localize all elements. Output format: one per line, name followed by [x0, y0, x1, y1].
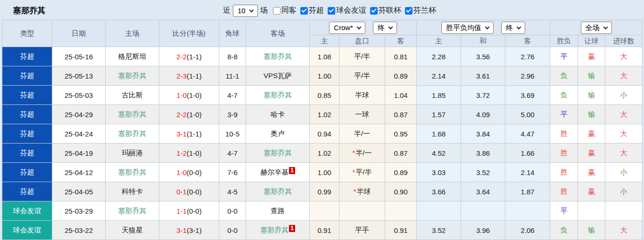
handicap-home-odds-cell: 1.00: [310, 66, 339, 86]
table-row: 芬超25-05-13塞那乔其2-3(1-1)11-1VPS瓦萨1.00平/半0.…: [2, 66, 643, 86]
result-cell: 平: [550, 201, 578, 221]
chevron-down-icon: [356, 24, 361, 29]
away-team-cell: 赫尔辛基1: [246, 163, 310, 182]
subcol-avg-draw: 和: [461, 35, 505, 47]
team-name-text: 塞那乔其: [264, 187, 292, 195]
away-team-cell: 塞那乔其: [246, 144, 310, 163]
recent-count-select[interactable]: 10: [233, 5, 258, 17]
corners-cell: 4-7: [219, 86, 246, 105]
home-team-cell: 塞那乔其: [106, 163, 159, 182]
rank-badge: 1: [289, 225, 295, 232]
table-row: 芬超25-04-12塞那乔其1-0(0-0)7-6赫尔辛基11.00*平/半0.…: [2, 163, 643, 182]
handicap-away-odds-cell: 0.89: [385, 66, 417, 86]
handicap-line-cell: *平/半: [339, 163, 385, 182]
subcol-handicap-away: 客: [385, 35, 417, 47]
team-name-text: 科特卡: [122, 187, 143, 195]
col-header-score: 比分(半场): [159, 20, 219, 47]
type-cell: 芬超: [2, 163, 52, 182]
corners-cell: 4-5: [219, 182, 246, 201]
avg-home-odds-cell: 2.14: [417, 66, 461, 86]
checkbox-checked-icon[interactable]: [300, 7, 308, 15]
date-cell: 25-04-05: [52, 182, 106, 201]
score-cell: 1-0(1-0): [159, 86, 219, 105]
home-team-cell: 格尼斯坦: [106, 47, 159, 66]
handicap-home-odds-cell: 0.94: [310, 124, 339, 144]
avg-time-select[interactable]: 终: [501, 22, 525, 34]
checkbox-unchecked-icon[interactable]: [273, 7, 281, 15]
avg-home-odds-cell: 3.03: [417, 163, 461, 182]
avg-draw-odds-cell: 3.64: [461, 182, 505, 201]
recent-label: 近: [223, 6, 231, 16]
filter-item: 芬兰杯: [402, 6, 436, 16]
halftime-score: (1-0): [187, 111, 202, 119]
avg-home-odds-cell: 4.52: [417, 144, 461, 163]
goals-result-cell: 大: [605, 124, 643, 144]
fulltime-score: 1-1: [176, 207, 187, 215]
corners-cell: 0-0: [219, 201, 246, 221]
avg-draw-odds-cell: 3.96: [461, 221, 505, 240]
avg-home-odds-cell: 1.57: [417, 105, 461, 124]
scope-select[interactable]: 全场: [581, 22, 612, 34]
result-cell: 负: [550, 66, 578, 86]
home-team-cell: 塞那乔其: [106, 124, 159, 144]
handicap-time-select[interactable]: 终: [373, 22, 397, 34]
date-cell: 25-03-22: [52, 221, 106, 240]
avg-home-odds-cell: 1.68: [417, 124, 461, 144]
handicap-home-odds-cell: 0.91: [310, 221, 339, 240]
table-row: 芬超25-04-29塞那乔其2-2(1-0)3-9哈卡1.02一球0.871.5…: [2, 105, 643, 124]
handicap-time-select-value: 终: [378, 24, 385, 32]
checkbox-checked-icon[interactable]: [328, 7, 335, 15]
filter-label: 芬超: [309, 6, 324, 16]
handicap-line-text: 平/半: [354, 72, 370, 80]
chevron-down-icon: [249, 8, 254, 12]
avg-time-select-value: 终: [506, 24, 513, 32]
home-team-cell: 玛丽港: [106, 144, 159, 163]
table-row: 芬超25-05-03古比斯1-0(1-0)4-7塞那乔其0.85半球1.041.…: [2, 86, 643, 105]
team-name-text: 塞那乔其: [264, 91, 292, 99]
halftime-score: (1-0): [187, 91, 202, 99]
handicap-line-cell: *半球: [339, 182, 385, 201]
corners-cell: 8-8: [219, 47, 246, 66]
away-team-cell: 哈卡: [246, 105, 310, 124]
bookmaker-select[interactable]: Crow*: [329, 22, 365, 34]
handicap-result-cell: 输: [578, 221, 605, 240]
handicap-line-cell: 平/半: [339, 66, 385, 86]
away-team-cell: 查路: [246, 201, 310, 221]
table-row: 球会友谊25-03-29塞那乔其1-1(0-0)0-0查路平: [2, 201, 643, 221]
avg-away-odds-cell: 2.06: [505, 221, 550, 240]
avg-draw-odds-cell: 3.61: [461, 66, 505, 86]
subcol-avg-away: 客: [505, 35, 550, 47]
handicap-home-odds-cell: 0.85: [310, 86, 339, 105]
checkbox-checked-icon[interactable]: [405, 7, 413, 15]
team-name-text: 塞那乔其: [118, 168, 147, 176]
filter-label: 同客: [281, 6, 297, 16]
team-name-text: 奥卢: [271, 129, 285, 137]
home-team-cell: 古比斯: [106, 86, 159, 105]
avg-draw-odds-cell: 3.52: [461, 163, 505, 182]
handicap-line-text: 平手: [355, 226, 369, 234]
handicap-result-cell: 赢: [578, 47, 605, 66]
result-cell: 胜: [550, 182, 578, 201]
col-header-home: 主场: [106, 20, 159, 47]
avg-away-odds-cell: [505, 201, 550, 221]
filter-item: 芬超: [297, 6, 324, 16]
handicap-line-cell: *半/一: [339, 144, 385, 163]
home-team-cell: 科特卡: [106, 182, 159, 201]
avg-away-odds-cell: 3.69: [505, 86, 550, 105]
matches-table: 类型 日期 主场 比分(半场) 角球 客场 Crow* 终: [2, 20, 643, 240]
avg-draw-odds-cell: 3.72: [461, 86, 505, 105]
avg-away-odds-cell: 2.14: [505, 163, 550, 182]
fulltime-score: 1-0: [176, 168, 187, 176]
goals-result-cell: 大: [605, 221, 643, 240]
team-name-text: 哈卡: [271, 110, 285, 118]
bookmaker-select-value: Crow*: [334, 24, 353, 32]
avg-odds-select[interactable]: 胜平负均值: [441, 22, 494, 34]
checkbox-checked-icon[interactable]: [370, 7, 378, 15]
handicap-line-text: 平/半: [355, 168, 372, 176]
subcol-handicap-result: 让球: [578, 35, 605, 47]
result-group-header: 全场: [550, 20, 643, 35]
avg-home-odds-cell: 1.85: [417, 86, 461, 105]
table-row: 芬超25-04-19玛丽港1-2(1-0)4-7塞那乔其1.02*半/一0.87…: [2, 144, 643, 163]
handicap-home-odds-cell: 0.99: [310, 182, 339, 201]
team-name-text: 天狼星: [122, 226, 143, 234]
